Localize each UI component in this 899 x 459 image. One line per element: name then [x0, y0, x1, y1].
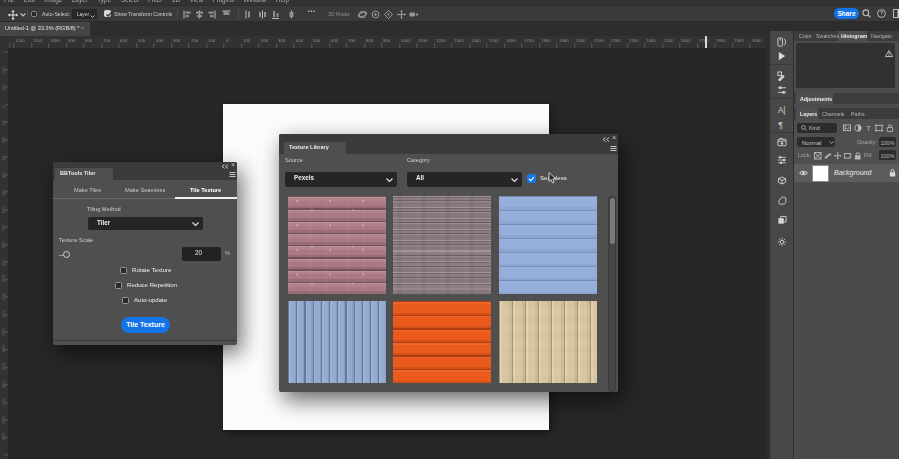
svg-text:¶: ¶	[778, 119, 783, 129]
svg-text:?: ?	[880, 10, 883, 16]
svg-text:A|: A|	[777, 106, 785, 115]
svg-text:T: T	[866, 124, 871, 133]
